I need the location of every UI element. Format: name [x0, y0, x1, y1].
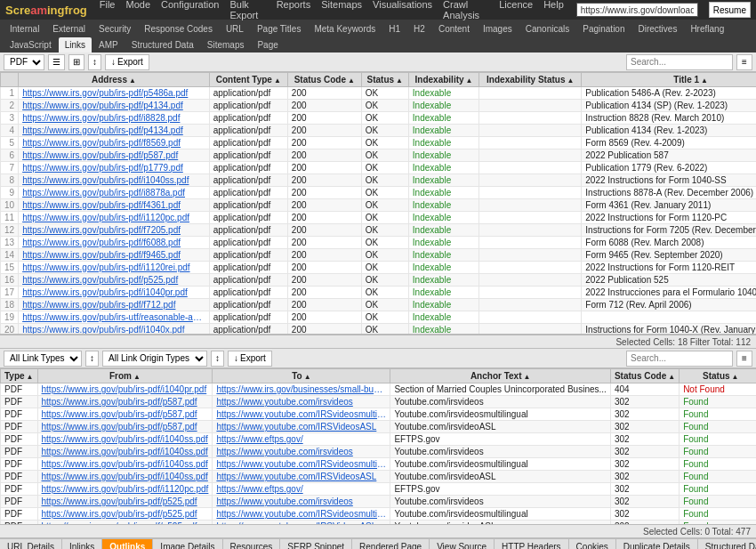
list-item[interactable]: PDFhttps://www.irs.gov/pub/irs-pdf/i1040…	[1, 383, 757, 396]
sort-button[interactable]: ↕	[88, 54, 101, 70]
bottom-tab-url-details[interactable]: URL Details	[0, 539, 62, 549]
menu-item-licence[interactable]: Licence	[494, 0, 538, 22]
nav-tab-h1[interactable]: H1	[382, 21, 406, 36]
bottom-tab-duplicate-details[interactable]: Duplicate Details	[616, 539, 698, 549]
list-item[interactable]: PDFhttps://www.irs.gov/pub/irs-pdf/p587.…	[1, 408, 757, 421]
bottom-tab-serp-snippet[interactable]: SERP Snippet	[280, 539, 352, 549]
nav-tab-internal[interactable]: Internal	[4, 21, 45, 36]
list-item[interactable]: PDFhttps://www.irs.gov/pub/irs-pdf/p587.…	[1, 421, 757, 433]
menu-item-bulk export[interactable]: Bulk Export	[224, 0, 270, 22]
nav-tab-external[interactable]: External	[46, 21, 92, 36]
menu-item-configuration[interactable]: Configuration	[156, 0, 224, 22]
table-row[interactable]: 10https://www.irs.gov/pub/irs-pdf/f4361.…	[1, 199, 757, 212]
table-row[interactable]: 7https://www.irs.gov/pub/irs-pdf/p1779.p…	[1, 162, 757, 174]
origin-types-select[interactable]: All Link Origin Types	[102, 351, 207, 367]
list-item[interactable]: PDFhttps://www.irs.gov/pub/irs-pdf/i1040…	[1, 446, 757, 458]
table-row[interactable]: 4https://www.irs.gov/pub/irs-pdf/p4134.p…	[1, 125, 757, 137]
nav-tab-content[interactable]: Content	[432, 21, 476, 36]
main-col-header-5[interactable]: Indexability▲	[408, 73, 479, 87]
bottom-tab-image-details[interactable]: Image Details	[153, 539, 222, 549]
bottom-tab-outlinks[interactable]: Outlinks	[102, 539, 153, 549]
list-item[interactable]: PDFhttps://www.irs.gov/pub/irs-pdf/i1120…	[1, 483, 757, 496]
bottom-col-header-4[interactable]: Status Code▲	[610, 369, 679, 383]
table-row[interactable]: 2https://www.irs.gov/pub/irs-pdf/p4134.p…	[1, 100, 757, 112]
nav-tab-response-codes[interactable]: Response Codes	[138, 21, 219, 36]
main-col-header-3[interactable]: Status Code▲	[287, 73, 361, 87]
table-row[interactable]: 11https://www.irs.gov/pub/irs-pdf/i1120p…	[1, 212, 757, 224]
menu-item-sitemaps[interactable]: Sitemaps	[316, 0, 367, 22]
table-row[interactable]: 20https://www.irs.gov/pub/irs-pdf/i1040x…	[1, 324, 757, 335]
origin-sort[interactable]: ↕	[211, 351, 224, 367]
table-row[interactable]: 8https://www.irs.gov/pub/irs-pdf/i1040ss…	[1, 174, 757, 187]
nav-tab-url[interactable]: URL	[220, 21, 250, 36]
list-item[interactable]: PDFhttps://www.irs.gov/pub/irs-pdf/p587.…	[1, 396, 757, 408]
main-col-header-1[interactable]: Address▲	[19, 73, 210, 87]
table-row[interactable]: 13https://www.irs.gov/pub/irs-pdf/f6088.…	[1, 237, 757, 249]
url-input[interactable]	[576, 3, 698, 17]
list-item[interactable]: PDFhttps://www.irs.gov/pub/irs-pdf/i1040…	[1, 458, 757, 471]
list-item[interactable]: PDFhttps://www.irs.gov/pub/irs-pdf/i1040…	[1, 433, 757, 446]
table-row[interactable]: 1https://www.irs.gov/pub/irs-pdf/p5486a.…	[1, 87, 757, 100]
filter-select[interactable]: PDF	[4, 54, 44, 70]
menu-item-reports[interactable]: Reports	[271, 0, 317, 22]
nav-tab-security[interactable]: Security	[92, 21, 137, 36]
search-input[interactable]	[626, 54, 733, 70]
link-types-select[interactable]: All Link Types	[4, 351, 82, 367]
main-col-header-7[interactable]: Title 1▲	[582, 73, 756, 87]
bottom-tab-inlinks[interactable]: Inlinks	[62, 539, 102, 549]
bottom-col-header-2[interactable]: To▲	[213, 369, 390, 383]
nav-tab-page[interactable]: Page	[251, 37, 284, 52]
bottom-col-header-0[interactable]: Type▲	[1, 369, 38, 383]
table-row[interactable]: 17https://www.irs.gov/pub/irs-pdf/i1040p…	[1, 287, 757, 299]
table-row[interactable]: 9https://www.irs.gov/pub/irs-pdf/i8878a.…	[1, 187, 757, 199]
nav-tab-meta-keywords[interactable]: Meta Keywords	[308, 21, 382, 36]
list-item[interactable]: PDFhttps://www.irs.gov/pub/irs-pdf/p525.…	[1, 508, 757, 521]
table-row[interactable]: 6https://www.irs.gov/pub/irs-pdf/p587.pd…	[1, 149, 757, 162]
link-types-sort[interactable]: ↕	[85, 351, 99, 367]
list-item[interactable]: PDFhttps://www.irs.gov/pub/irs-pdf/p525.…	[1, 496, 757, 508]
nav-tab-links[interactable]: Links	[59, 37, 92, 52]
bottom-tab-cookies[interactable]: Cookies	[569, 539, 616, 549]
main-col-header-4[interactable]: Status▲	[361, 73, 408, 87]
nav-tab-images[interactable]: Images	[477, 21, 519, 36]
nav-tab-javascript[interactable]: JavaScript	[4, 37, 58, 52]
table-row[interactable]: 19https://www.irs.gov/pub/irs-utf/reason…	[1, 311, 757, 324]
nav-tab-amp[interactable]: AMP	[92, 37, 125, 52]
nav-tab-sitemaps[interactable]: Sitemaps	[201, 37, 251, 52]
resume-button[interactable]: Resume	[709, 2, 751, 18]
nav-tab-hreflang[interactable]: Hreflang	[684, 21, 730, 36]
main-col-header-0[interactable]	[1, 73, 19, 87]
nav-tab-page-titles[interactable]: Page Titles	[251, 21, 307, 36]
menu-item-help[interactable]: Help	[538, 0, 569, 22]
menu-item-crawl analysis[interactable]: Crawl Analysis	[438, 0, 494, 22]
menu-item-visualisations[interactable]: Visualisations	[367, 0, 438, 22]
list-item[interactable]: PDFhttps://www.irs.gov/pub/irs-pdf/i1040…	[1, 471, 757, 483]
bottom-col-header-5[interactable]: Status▲	[680, 369, 756, 383]
nav-tab-h2[interactable]: H2	[407, 21, 431, 36]
bottom-col-header-3[interactable]: Anchor Text▲	[390, 369, 610, 383]
list-view-button[interactable]: ☰	[48, 54, 65, 70]
table-row[interactable]: 16https://www.irs.gov/pub/irs-pdf/p525.p…	[1, 274, 757, 287]
table-row[interactable]: 3https://www.irs.gov/pub/irs-pdf/i8828.p…	[1, 112, 757, 125]
bottom-col-header-1[interactable]: From▲	[37, 369, 213, 383]
bottom-tab-http-headers[interactable]: HTTP Headers	[495, 539, 569, 549]
bottom-filter-options[interactable]: ≡	[736, 351, 752, 367]
table-row[interactable]: 15https://www.irs.gov/pub/irs-pdf/i1120r…	[1, 262, 757, 274]
menu-item-mode[interactable]: Mode	[121, 0, 157, 22]
table-row[interactable]: 5https://www.irs.gov/pub/irs-pdf/f8569.p…	[1, 137, 757, 149]
bottom-search-input[interactable]	[626, 351, 733, 367]
nav-tab-directives[interactable]: Directives	[631, 21, 683, 36]
table-row[interactable]: 14https://www.irs.gov/pub/irs-pdf/f9465.…	[1, 249, 757, 262]
bottom-tab-structured-data-details[interactable]: Structured Data Details	[698, 539, 756, 549]
main-col-header-6[interactable]: Indexability Status▲	[479, 73, 582, 87]
filter-options-button[interactable]: ≡	[736, 54, 752, 70]
table-row[interactable]: 18https://www.irs.gov/pub/irs-pdf/f712.p…	[1, 299, 757, 311]
bottom-tab-rendered-page[interactable]: Rendered Page	[352, 539, 430, 549]
nav-tab-canonicals[interactable]: Canonicals	[519, 21, 575, 36]
table-row[interactable]: 12https://www.irs.gov/pub/irs-pdf/f7205.…	[1, 224, 757, 237]
nav-tab-pagination[interactable]: Pagination	[576, 21, 631, 36]
nav-tab-structured-data[interactable]: Structured Data	[125, 37, 200, 52]
bottom-tab-view-source[interactable]: View Source	[430, 539, 495, 549]
export-button[interactable]: ↓ Export	[105, 54, 149, 70]
menu-item-file[interactable]: File	[94, 0, 121, 22]
